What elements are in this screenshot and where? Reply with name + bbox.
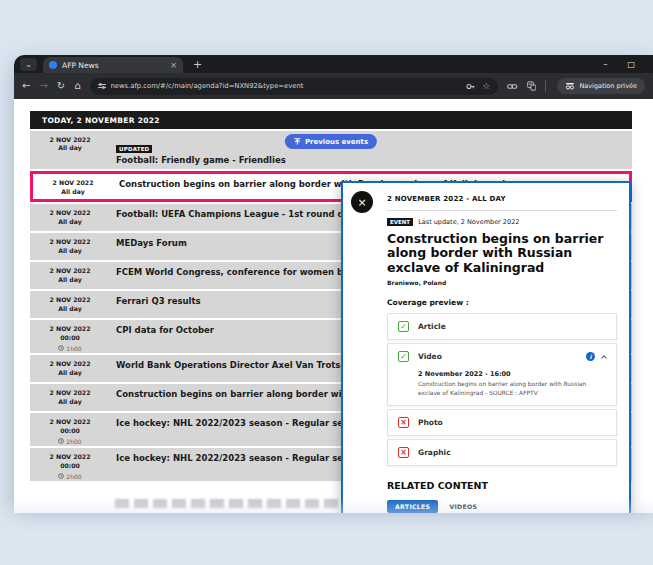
row-date: 2 NOV 2022 xyxy=(30,238,110,246)
row-date-column: 2 NOV 2022 00:00 2h00 xyxy=(30,448,110,481)
browser-window: ⌄ AFP News × + – □ ← → ↻ ⌂ news.afp.com/… xyxy=(14,55,653,513)
tab-favicon-icon xyxy=(49,61,57,69)
previous-events-label: Previous events xyxy=(305,138,368,146)
previous-events-button[interactable]: Previous events xyxy=(285,134,377,149)
coverage-row[interactable]: × Photo xyxy=(387,409,617,436)
row-date: 2 NOV 2022 xyxy=(30,453,110,461)
back-button[interactable]: ← xyxy=(22,81,30,91)
popup-close-button[interactable]: × xyxy=(351,191,373,213)
row-date: 2 NOV 2022 xyxy=(30,360,110,368)
coverage-status-icon: × xyxy=(398,447,409,458)
related-tab-articles[interactable]: ARTICLES xyxy=(387,500,438,513)
row-date-column: 2 NOV 2022 All day xyxy=(30,291,110,318)
coverage-row[interactable]: ✓ Article xyxy=(387,313,617,340)
popup-date-header: 2 NOVEMBER 2022 - ALL DAY xyxy=(387,195,617,211)
row-duration-value: 2h00 xyxy=(66,438,81,445)
page-content: TODAY, 2 NOVEMBER 2022 2 NOV 2022 All da… xyxy=(14,99,653,513)
row-date: 2 NOV 2022 xyxy=(30,389,110,397)
coverage-list: ✓ Article ✓ Video i 2 November 2022 - 16… xyxy=(387,313,617,466)
agenda-day-header: TODAY, 2 NOVEMBER 2022 xyxy=(30,111,632,129)
url-bar[interactable]: news.afp.com/#/c/main/agenda?id=NXN92&ty… xyxy=(90,78,499,95)
last-update-text: Last update, 2 November 2022 xyxy=(418,218,519,226)
row-date-column: 2 NOV 2022 All day xyxy=(30,233,110,260)
private-browsing-badge: Navigation privée xyxy=(557,78,645,94)
info-icon[interactable]: i xyxy=(586,352,595,361)
browser-tab-bar: ⌄ AFP News × + – □ xyxy=(14,55,653,73)
reload-button[interactable]: ↻ xyxy=(57,81,65,91)
maximize-button[interactable]: □ xyxy=(627,60,635,69)
tab-search-button[interactable]: ⌄ xyxy=(20,58,37,71)
row-time: All day xyxy=(30,398,110,406)
row-date-column: 2 NOV 2022 All day xyxy=(30,262,110,289)
browser-toolbar: ← → ↻ ⌂ news.afp.com/#/c/main/agenda?id=… xyxy=(14,73,653,99)
row-date: 2 NOV 2022 xyxy=(30,267,110,275)
coverage-detail-text: Construction begins on barrier along bor… xyxy=(418,380,604,397)
tab-close-icon[interactable]: × xyxy=(170,61,177,70)
row-time: All day xyxy=(30,247,110,255)
row-time: 00:00 xyxy=(30,334,110,342)
coverage-row[interactable]: ✓ Video i 2 November 2022 - 16:00 Constr… xyxy=(387,343,617,406)
row-date-column: 2 NOV 2022 All day xyxy=(30,204,110,231)
row-time: All day xyxy=(30,276,110,284)
toolbar-divider xyxy=(545,80,546,92)
scroll-to-top-icon xyxy=(294,138,301,145)
link-icon[interactable] xyxy=(507,82,517,91)
clock-icon xyxy=(58,473,64,479)
row-date: 2 NOV 2022 xyxy=(30,296,110,304)
tune-icon xyxy=(98,82,106,90)
event-badge: EVENT xyxy=(387,218,413,226)
coverage-label: Video xyxy=(418,352,442,361)
incognito-icon xyxy=(565,82,575,90)
row-date: 2 NOV 2022 xyxy=(30,136,110,144)
row-date: 2 NOV 2022 xyxy=(30,325,110,333)
row-date-column: 2 NOV 2022 All day xyxy=(30,384,110,411)
coverage-row[interactable]: × Graphic xyxy=(387,439,617,466)
url-text[interactable]: news.afp.com/#/c/main/agenda?id=NXN92&ty… xyxy=(111,82,462,90)
chevron-up-icon[interactable] xyxy=(601,355,607,361)
row-date: 2 NOV 2022 xyxy=(33,179,113,187)
popup-event-title: Construction begins on barrier along bor… xyxy=(387,232,617,275)
row-date-column: 2 NOV 2022 All day xyxy=(30,131,110,169)
clock-icon xyxy=(58,438,64,444)
coverage-label: Photo xyxy=(418,418,443,427)
related-tab-videos[interactable]: VIDEOS xyxy=(449,503,477,510)
row-duration: 2h00 xyxy=(30,473,110,480)
row-duration: 1h00 xyxy=(30,345,110,352)
row-time: All day xyxy=(30,218,110,226)
password-key-icon[interactable] xyxy=(466,82,475,91)
coverage-status-icon: ✓ xyxy=(398,321,409,332)
row-time: All day xyxy=(30,369,110,377)
row-time: 00:00 xyxy=(30,462,110,470)
row-date-column: 2 NOV 2022 All day xyxy=(30,355,110,382)
home-button[interactable]: ⌂ xyxy=(74,81,80,91)
coverage-status-icon: ✓ xyxy=(398,351,409,362)
bookmark-star-icon[interactable]: ☆ xyxy=(482,82,490,91)
coverage-detail: 2 November 2022 - 16:00 Construction beg… xyxy=(388,369,616,405)
row-time: 00:00 xyxy=(30,427,110,435)
row-title: Football: Friendly game - Friendlies xyxy=(116,155,624,165)
row-duration-value: 2h00 xyxy=(66,473,81,480)
translate-icon[interactable] xyxy=(527,81,537,91)
row-date: 2 NOV 2022 xyxy=(30,418,110,426)
cutoff-content xyxy=(115,499,370,508)
row-time: All day xyxy=(30,305,110,313)
coverage-detail-time: 2 November 2022 - 16:00 xyxy=(418,370,604,378)
forward-button[interactable]: → xyxy=(39,81,47,91)
minimize-button[interactable]: – xyxy=(603,60,607,69)
row-date-column: 2 NOV 2022 00:00 1h00 xyxy=(30,320,110,353)
row-duration: 2h00 xyxy=(30,438,110,445)
row-time: All day xyxy=(33,188,113,196)
tab-title: AFP News xyxy=(62,61,166,70)
new-tab-button[interactable]: + xyxy=(193,58,202,71)
private-browsing-label: Navigation privée xyxy=(579,82,637,90)
event-detail-popup: × 2 NOVEMBER 2022 - ALL DAY EVENT Last u… xyxy=(341,181,631,513)
window-controls: – □ xyxy=(603,60,635,69)
row-date-column: 2 NOV 2022 00:00 2h00 xyxy=(30,413,110,446)
coverage-preview-label: Coverage preview : xyxy=(387,298,617,307)
updated-badge: UPDATED xyxy=(116,145,152,153)
related-content-tabs: ARTICLESVIDEOS xyxy=(387,500,617,513)
related-content-heading: RELATED CONTENT xyxy=(387,480,617,491)
coverage-label: Graphic xyxy=(418,448,451,457)
popup-event-location: Braniewo, Poland xyxy=(387,279,617,286)
browser-tab[interactable]: AFP News × xyxy=(43,57,183,73)
